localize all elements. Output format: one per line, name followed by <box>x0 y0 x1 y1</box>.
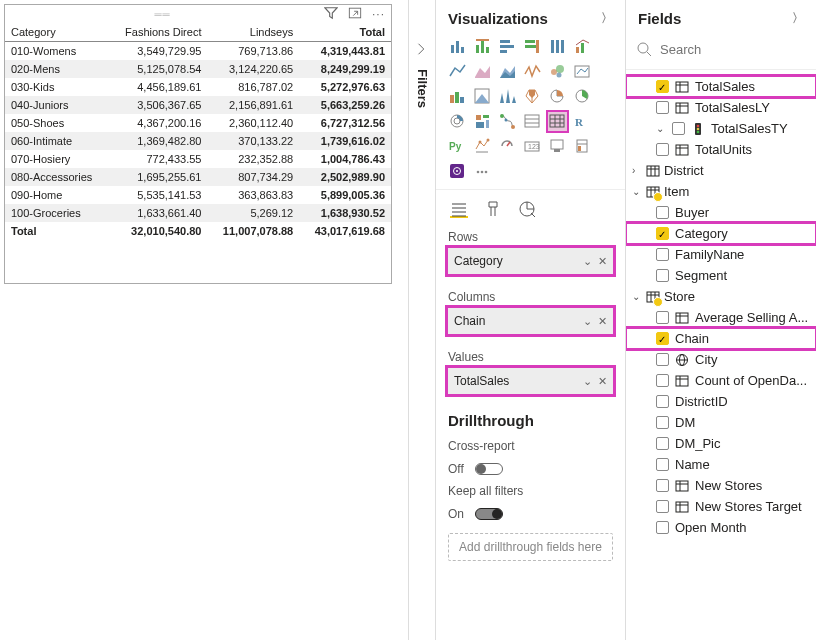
field-item[interactable]: DistrictID <box>626 391 816 412</box>
checkbox[interactable] <box>656 353 669 366</box>
field-item[interactable]: TotalSales <box>626 76 816 97</box>
field-item[interactable]: Open Month <box>626 517 816 538</box>
field-item[interactable]: DM_Pic <box>626 433 816 454</box>
checkbox[interactable] <box>656 521 669 534</box>
table-row[interactable]: 050-Shoes4,367,200.162,360,112.406,727,3… <box>5 114 391 132</box>
visual-type-icon[interactable] <box>446 60 469 83</box>
chevron-down-icon[interactable]: ⌄ <box>656 123 666 134</box>
visual-type-icon[interactable] <box>446 110 469 133</box>
analytics-tab-icon[interactable] <box>518 200 536 218</box>
table-header-district[interactable]: ›District <box>626 160 816 181</box>
checkbox[interactable] <box>656 227 669 240</box>
rows-well[interactable]: Category ⌄✕ <box>448 248 613 274</box>
visual-type-icon[interactable] <box>446 160 469 183</box>
field-item[interactable]: ⌄TotalSalesTY <box>626 118 816 139</box>
visual-type-icon[interactable] <box>521 85 544 108</box>
matrix-visual-icon[interactable] <box>546 110 569 133</box>
visual-type-icon[interactable]: 123 <box>521 135 544 158</box>
visual-type-icon[interactable] <box>446 85 469 108</box>
checkbox[interactable] <box>656 416 669 429</box>
visual-type-icon[interactable] <box>521 110 544 133</box>
column-header[interactable]: Lindseys <box>207 23 299 42</box>
chevron-down-icon[interactable]: ⌄ <box>632 186 642 197</box>
checkbox[interactable] <box>656 248 669 261</box>
visual-type-icon[interactable] <box>521 60 544 83</box>
drill-dropzone[interactable]: Add drillthrough fields here <box>448 533 613 561</box>
table-row[interactable]: 080-Accessories1,695,255.61807,734.292,5… <box>5 168 391 186</box>
filter-icon[interactable] <box>324 6 338 23</box>
visual-type-icon[interactable] <box>471 60 494 83</box>
visual-type-icon[interactable] <box>521 35 544 58</box>
field-item[interactable]: Segment <box>626 265 816 286</box>
visual-type-icon[interactable] <box>571 135 594 158</box>
checkbox[interactable] <box>656 143 669 156</box>
visual-type-icon[interactable] <box>496 85 519 108</box>
field-item[interactable]: DM <box>626 412 816 433</box>
checkbox[interactable] <box>672 122 685 135</box>
fields-tab-icon[interactable] <box>450 200 468 218</box>
matrix-visual[interactable]: ══ ··· CategoryFashions DirectLindseysTo… <box>4 4 392 284</box>
checkbox[interactable] <box>656 437 669 450</box>
visual-type-icon[interactable] <box>471 110 494 133</box>
checkbox[interactable] <box>656 458 669 471</box>
checkbox[interactable] <box>656 479 669 492</box>
visual-type-icon[interactable] <box>496 135 519 158</box>
collapse-icon[interactable]: 〉 <box>601 10 613 27</box>
table-row[interactable]: 040-Juniors3,506,367.652,156,891.615,663… <box>5 96 391 114</box>
field-item[interactable]: Category <box>626 223 816 244</box>
visual-type-icon[interactable] <box>546 85 569 108</box>
visual-type-icon[interactable] <box>471 135 494 158</box>
table-row[interactable]: 100-Groceries1,633,661.405,269.121,638,9… <box>5 204 391 222</box>
visual-type-icon[interactable] <box>471 85 494 108</box>
visual-type-icon[interactable] <box>546 135 569 158</box>
table-row[interactable]: 090-Home5,535,141.53363,863.835,899,005.… <box>5 186 391 204</box>
column-header[interactable]: Category <box>5 23 109 42</box>
chevron-down-icon[interactable]: ⌄ <box>583 315 592 328</box>
search-input[interactable] <box>658 41 816 58</box>
chevron-right-icon[interactable]: › <box>632 165 642 176</box>
checkbox[interactable] <box>656 80 669 93</box>
collapse-icon[interactable]: 〉 <box>792 10 804 27</box>
field-item[interactable]: FamilyNane <box>626 244 816 265</box>
field-item[interactable]: New Stores <box>626 475 816 496</box>
filters-pane-collapsed[interactable]: Filters <box>408 0 436 640</box>
visual-type-icon[interactable] <box>471 35 494 58</box>
field-item[interactable]: Average Selling A... <box>626 307 816 328</box>
column-header[interactable]: Fashions Direct <box>109 23 208 42</box>
cross-report-toggle[interactable] <box>475 463 503 475</box>
visual-type-icon[interactable] <box>496 35 519 58</box>
checkbox[interactable] <box>656 332 669 345</box>
field-item[interactable]: New Stores Target <box>626 496 816 517</box>
field-item[interactable]: TotalSalesLY <box>626 97 816 118</box>
checkbox[interactable] <box>656 311 669 324</box>
columns-well[interactable]: Chain ⌄✕ <box>448 308 613 334</box>
field-item[interactable]: Chain <box>626 328 816 349</box>
more-options-icon[interactable]: ··· <box>372 7 385 21</box>
table-row[interactable]: 070-Hosiery772,433.55232,352.881,004,786… <box>5 150 391 168</box>
remove-icon[interactable]: ✕ <box>598 375 607 388</box>
column-header[interactable]: Total <box>299 23 391 42</box>
chevron-down-icon[interactable]: ⌄ <box>632 291 642 302</box>
checkbox[interactable] <box>656 269 669 282</box>
table-row[interactable]: 030-Kids4,456,189.61816,787.025,272,976.… <box>5 78 391 96</box>
visual-type-icon[interactable] <box>496 60 519 83</box>
checkbox[interactable] <box>656 500 669 513</box>
table-row[interactable]: 010-Womens3,549,729.95769,713.864,319,44… <box>5 42 391 61</box>
visual-type-icon[interactable] <box>546 35 569 58</box>
keep-filters-toggle[interactable] <box>475 508 503 520</box>
table-header-store[interactable]: ⌄Store <box>626 286 816 307</box>
chevron-down-icon[interactable]: ⌄ <box>583 255 592 268</box>
format-tab-icon[interactable] <box>484 200 502 218</box>
visual-type-icon[interactable] <box>471 160 494 183</box>
checkbox[interactable] <box>656 206 669 219</box>
remove-icon[interactable]: ✕ <box>598 315 607 328</box>
table-row[interactable]: 020-Mens5,125,078.543,124,220.658,249,29… <box>5 60 391 78</box>
checkbox[interactable] <box>656 374 669 387</box>
visual-type-icon[interactable] <box>446 35 469 58</box>
checkbox[interactable] <box>656 395 669 408</box>
visual-type-icon[interactable] <box>571 35 594 58</box>
fields-search[interactable] <box>636 35 806 63</box>
expand-icon[interactable] <box>415 42 429 59</box>
table-row[interactable]: 060-Intimate1,369,482.80370,133.221,739,… <box>5 132 391 150</box>
visual-type-icon[interactable] <box>546 60 569 83</box>
